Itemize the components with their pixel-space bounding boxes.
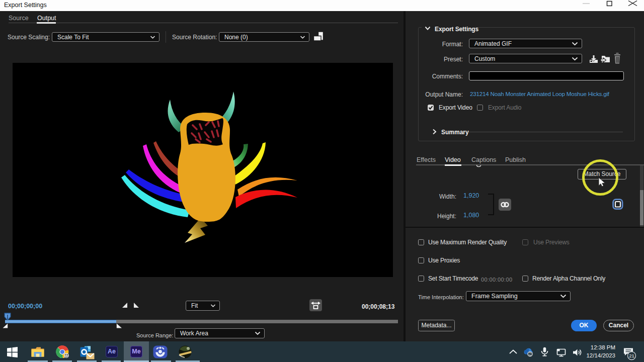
svg-text:21: 21 (629, 353, 634, 358)
